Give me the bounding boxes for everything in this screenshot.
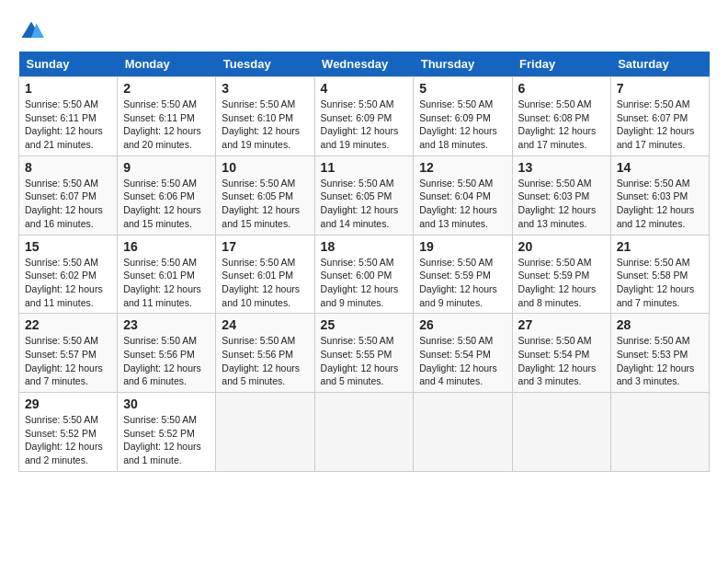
day-info: Sunrise: 5:50 AMSunset: 6:04 PMDaylight:… bbox=[419, 177, 506, 231]
day-info: Sunrise: 5:50 AMSunset: 6:01 PMDaylight:… bbox=[123, 256, 210, 310]
calendar-week-row: 15Sunrise: 5:50 AMSunset: 6:02 PMDayligh… bbox=[19, 235, 710, 314]
calendar-day-cell bbox=[512, 393, 610, 472]
calendar-day-cell: 19Sunrise: 5:50 AMSunset: 5:59 PMDayligh… bbox=[414, 235, 512, 314]
calendar-day-cell: 17Sunrise: 5:50 AMSunset: 6:01 PMDayligh… bbox=[216, 235, 314, 314]
logo-icon bbox=[18, 18, 44, 44]
calendar-week-row: 1Sunrise: 5:50 AMSunset: 6:11 PMDaylight… bbox=[19, 77, 710, 156]
day-info: Sunrise: 5:50 AMSunset: 5:58 PMDaylight:… bbox=[617, 256, 703, 310]
day-info: Sunrise: 5:50 AMSunset: 6:08 PMDaylight:… bbox=[518, 98, 605, 152]
day-number: 14 bbox=[617, 160, 703, 175]
day-number: 20 bbox=[518, 239, 605, 254]
calendar-day-cell: 29Sunrise: 5:50 AMSunset: 5:52 PMDayligh… bbox=[19, 393, 118, 472]
day-info: Sunrise: 5:50 AMSunset: 6:09 PMDaylight:… bbox=[321, 98, 408, 152]
calendar-day-cell: 15Sunrise: 5:50 AMSunset: 6:02 PMDayligh… bbox=[19, 235, 118, 314]
calendar-day-cell: 26Sunrise: 5:50 AMSunset: 5:54 PMDayligh… bbox=[414, 314, 512, 393]
day-number: 5 bbox=[419, 81, 506, 96]
calendar-body: 1Sunrise: 5:50 AMSunset: 6:11 PMDaylight… bbox=[19, 77, 710, 472]
day-number: 12 bbox=[419, 160, 506, 175]
day-number: 11 bbox=[321, 160, 408, 175]
day-number: 21 bbox=[617, 239, 703, 254]
calendar-day-cell: 30Sunrise: 5:50 AMSunset: 5:52 PMDayligh… bbox=[118, 393, 216, 472]
weekday-header-cell: Sunday bbox=[19, 52, 118, 77]
calendar-week-row: 22Sunrise: 5:50 AMSunset: 5:57 PMDayligh… bbox=[19, 314, 710, 393]
day-number: 8 bbox=[25, 160, 111, 175]
calendar-day-cell: 5Sunrise: 5:50 AMSunset: 6:09 PMDaylight… bbox=[414, 77, 512, 156]
logo bbox=[18, 18, 46, 44]
calendar-day-cell: 10Sunrise: 5:50 AMSunset: 6:05 PMDayligh… bbox=[216, 155, 314, 235]
day-info: Sunrise: 5:50 AMSunset: 6:10 PMDaylight:… bbox=[222, 98, 308, 152]
day-number: 19 bbox=[419, 239, 506, 254]
day-info: Sunrise: 5:50 AMSunset: 5:54 PMDaylight:… bbox=[518, 334, 605, 388]
calendar-day-cell: 18Sunrise: 5:50 AMSunset: 6:00 PMDayligh… bbox=[314, 235, 414, 314]
weekday-header-cell: Thursday bbox=[414, 52, 512, 77]
day-number: 27 bbox=[518, 317, 605, 332]
calendar-day-cell: 25Sunrise: 5:50 AMSunset: 5:55 PMDayligh… bbox=[314, 314, 414, 393]
calendar-day-cell bbox=[314, 393, 414, 472]
day-info: Sunrise: 5:50 AMSunset: 6:11 PMDaylight:… bbox=[123, 98, 210, 152]
calendar-day-cell: 8Sunrise: 5:50 AMSunset: 6:07 PMDaylight… bbox=[19, 155, 118, 235]
day-info: Sunrise: 5:50 AMSunset: 6:03 PMDaylight:… bbox=[617, 177, 703, 231]
day-info: Sunrise: 5:50 AMSunset: 6:01 PMDaylight:… bbox=[222, 256, 308, 310]
day-number: 26 bbox=[419, 317, 506, 332]
day-info: Sunrise: 5:50 AMSunset: 6:05 PMDaylight:… bbox=[321, 177, 408, 231]
day-info: Sunrise: 5:50 AMSunset: 6:05 PMDaylight:… bbox=[222, 177, 308, 231]
day-number: 29 bbox=[25, 396, 111, 411]
calendar-day-cell: 6Sunrise: 5:50 AMSunset: 6:08 PMDaylight… bbox=[512, 77, 610, 156]
day-number: 30 bbox=[123, 396, 210, 411]
day-number: 17 bbox=[222, 239, 308, 254]
calendar-week-row: 29Sunrise: 5:50 AMSunset: 5:52 PMDayligh… bbox=[19, 393, 710, 472]
calendar-day-cell: 11Sunrise: 5:50 AMSunset: 6:05 PMDayligh… bbox=[314, 155, 414, 235]
day-number: 6 bbox=[518, 81, 605, 96]
calendar-day-cell: 16Sunrise: 5:50 AMSunset: 6:01 PMDayligh… bbox=[118, 235, 216, 314]
weekday-header-cell: Friday bbox=[512, 52, 610, 77]
calendar-day-cell: 1Sunrise: 5:50 AMSunset: 6:11 PMDaylight… bbox=[19, 77, 118, 156]
calendar-day-cell: 21Sunrise: 5:50 AMSunset: 5:58 PMDayligh… bbox=[610, 235, 709, 314]
day-info: Sunrise: 5:50 AMSunset: 6:09 PMDaylight:… bbox=[419, 98, 506, 152]
calendar-day-cell: 22Sunrise: 5:50 AMSunset: 5:57 PMDayligh… bbox=[19, 314, 118, 393]
weekday-header-row: SundayMondayTuesdayWednesdayThursdayFrid… bbox=[19, 52, 710, 77]
calendar-day-cell: 3Sunrise: 5:50 AMSunset: 6:10 PMDaylight… bbox=[216, 77, 314, 156]
day-number: 1 bbox=[25, 81, 111, 96]
day-number: 24 bbox=[222, 317, 308, 332]
day-number: 18 bbox=[321, 239, 408, 254]
calendar-table: SundayMondayTuesdayWednesdayThursdayFrid… bbox=[18, 52, 710, 472]
weekday-header-cell: Tuesday bbox=[216, 52, 314, 77]
day-info: Sunrise: 5:50 AMSunset: 5:56 PMDaylight:… bbox=[123, 334, 210, 388]
calendar-day-cell bbox=[414, 393, 512, 472]
weekday-header-cell: Wednesday bbox=[314, 52, 414, 77]
calendar-day-cell: 14Sunrise: 5:50 AMSunset: 6:03 PMDayligh… bbox=[610, 155, 709, 235]
day-info: Sunrise: 5:50 AMSunset: 6:11 PMDaylight:… bbox=[25, 98, 111, 152]
calendar-day-cell: 24Sunrise: 5:50 AMSunset: 5:56 PMDayligh… bbox=[216, 314, 314, 393]
calendar-day-cell: 12Sunrise: 5:50 AMSunset: 6:04 PMDayligh… bbox=[414, 155, 512, 235]
day-info: Sunrise: 5:50 AMSunset: 6:00 PMDaylight:… bbox=[321, 256, 408, 310]
calendar-week-row: 8Sunrise: 5:50 AMSunset: 6:07 PMDaylight… bbox=[19, 155, 710, 235]
calendar-day-cell: 2Sunrise: 5:50 AMSunset: 6:11 PMDaylight… bbox=[118, 77, 216, 156]
day-number: 22 bbox=[25, 317, 111, 332]
day-number: 9 bbox=[123, 160, 210, 175]
day-number: 25 bbox=[321, 317, 408, 332]
calendar-day-cell: 7Sunrise: 5:50 AMSunset: 6:07 PMDaylight… bbox=[610, 77, 709, 156]
calendar-day-cell bbox=[610, 393, 709, 472]
day-number: 7 bbox=[617, 81, 703, 96]
day-info: Sunrise: 5:50 AMSunset: 5:54 PMDaylight:… bbox=[419, 334, 506, 388]
calendar-day-cell bbox=[216, 393, 314, 472]
day-info: Sunrise: 5:50 AMSunset: 5:56 PMDaylight:… bbox=[222, 334, 308, 388]
day-number: 2 bbox=[123, 81, 210, 96]
weekday-header-cell: Monday bbox=[118, 52, 216, 77]
day-info: Sunrise: 5:50 AMSunset: 6:03 PMDaylight:… bbox=[518, 177, 605, 231]
calendar-day-cell: 9Sunrise: 5:50 AMSunset: 6:06 PMDaylight… bbox=[118, 155, 216, 235]
day-number: 15 bbox=[25, 239, 111, 254]
day-info: Sunrise: 5:50 AMSunset: 5:52 PMDaylight:… bbox=[25, 413, 111, 467]
calendar-day-cell: 23Sunrise: 5:50 AMSunset: 5:56 PMDayligh… bbox=[118, 314, 216, 393]
weekday-header-cell: Saturday bbox=[610, 52, 709, 77]
day-info: Sunrise: 5:50 AMSunset: 6:07 PMDaylight:… bbox=[617, 98, 703, 152]
day-number: 13 bbox=[518, 160, 605, 175]
day-number: 3 bbox=[222, 81, 308, 96]
calendar-day-cell: 27Sunrise: 5:50 AMSunset: 5:54 PMDayligh… bbox=[512, 314, 610, 393]
calendar-day-cell: 4Sunrise: 5:50 AMSunset: 6:09 PMDaylight… bbox=[314, 77, 414, 156]
day-info: Sunrise: 5:50 AMSunset: 6:06 PMDaylight:… bbox=[123, 177, 210, 231]
day-info: Sunrise: 5:50 AMSunset: 5:53 PMDaylight:… bbox=[617, 334, 703, 388]
calendar-day-cell: 20Sunrise: 5:50 AMSunset: 5:59 PMDayligh… bbox=[512, 235, 610, 314]
day-info: Sunrise: 5:50 AMSunset: 5:57 PMDaylight:… bbox=[25, 334, 111, 388]
day-info: Sunrise: 5:50 AMSunset: 5:52 PMDaylight:… bbox=[123, 413, 210, 467]
